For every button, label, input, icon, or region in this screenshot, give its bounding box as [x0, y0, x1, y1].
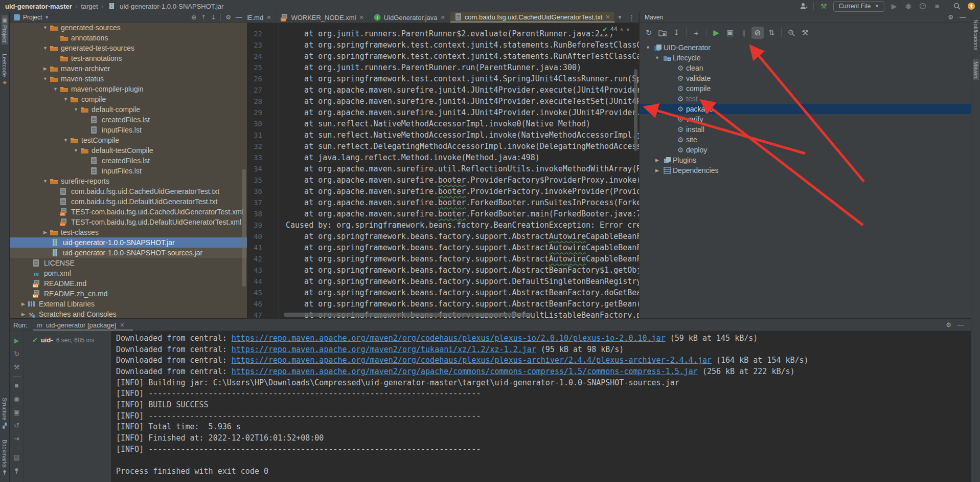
run-icon[interactable]: ▶: [890, 2, 899, 11]
restart-debug-icon[interactable]: ↺: [12, 421, 21, 430]
run-node[interactable]: ✔ uid- 6 sec, 685 ms: [32, 336, 111, 344]
editor-vertical-scrollbar[interactable]: [634, 69, 637, 151]
screenshot-icon[interactable]: ▣: [12, 408, 21, 417]
chevron-down-icon[interactable]: ▼: [41, 46, 50, 51]
editor-line[interactable]: 38 at org.apache.maven.surefire.booter.F…: [247, 208, 639, 220]
jump-to-source-icon[interactable]: ⇥: [12, 434, 21, 443]
editor-horizontal-scrollbar[interactable]: [284, 313, 532, 317]
maven-tree-item-deploy[interactable]: ⚙deploy: [640, 145, 971, 155]
maven-tree-item-validate[interactable]: ⚙validate: [640, 73, 971, 83]
sidebar-item-leetcode[interactable]: Leetcode ◈: [2, 52, 8, 86]
gear-icon[interactable]: ⚙: [948, 14, 953, 21]
project-tree-item[interactable]: LICENSE: [10, 258, 247, 268]
editor-line[interactable]: 30 at sun.reflect.NativeMethodAccessorIm…: [247, 118, 639, 129]
project-tree-item[interactable]: ▼generated-test-sources: [10, 43, 247, 53]
project-tree-item[interactable]: test-annotations: [10, 53, 247, 63]
rerun-icon[interactable]: ▶: [12, 336, 21, 345]
project-tree-item[interactable]: inputFiles.lst: [10, 125, 247, 135]
gear-icon[interactable]: ⚙: [946, 321, 951, 328]
locate-icon[interactable]: ⊕: [191, 14, 196, 21]
maven-tree-item-verify[interactable]: ⚙verify: [640, 114, 971, 124]
profiler-icon[interactable]: ⫲: [738, 27, 750, 39]
breadcrumb-target[interactable]: target: [81, 3, 98, 10]
project-tree-item[interactable]: ▼default-compile: [10, 104, 247, 115]
user-icon[interactable]: [799, 2, 808, 11]
project-tree-item[interactable]: ▼testCompile: [10, 135, 247, 145]
editor-line[interactable]: 46 at org.springframework.beans.factory.…: [247, 298, 639, 310]
project-tree-item[interactable]: com.baidu.fsg.uid.DefaultUidGeneratorTes…: [10, 196, 247, 207]
maven-tree-item-lifecycle[interactable]: ▼Lifecycle: [640, 53, 971, 63]
maven-tree-item-clean[interactable]: ⚙clean: [640, 63, 971, 73]
inspections-widget[interactable]: ✔ 44 ∧ ∨: [600, 25, 632, 34]
project-tree-item[interactable]: MDREADME.zh_cn.md: [10, 289, 247, 299]
editor-area[interactable]: 22 at org.junit.runners.ParentRunner$2.e…: [247, 23, 639, 318]
chevron-down-icon[interactable]: ▼: [44, 15, 49, 20]
build-settings-icon[interactable]: ⚒: [12, 363, 21, 371]
console-link[interactable]: https://repo.maven.apache.org/maven2/org…: [232, 367, 698, 376]
close-icon[interactable]: ✕: [266, 14, 271, 21]
chevron-right-icon[interactable]: ▶: [653, 168, 662, 173]
expand-all-icon[interactable]: ⇡: [201, 14, 206, 21]
editor-line[interactable]: 27 at org.apache.maven.surefire.junit4.J…: [247, 84, 639, 96]
project-tree-item[interactable]: ▶test-classes: [10, 227, 247, 237]
editor-line[interactable]: 31 at sun.reflect.NativeMethodAccessorIm…: [247, 129, 639, 141]
project-tree-scrollbar[interactable]: [242, 169, 246, 287]
previous-problem-icon[interactable]: ∧: [620, 27, 623, 32]
project-tree-item[interactable]: ▼maven-compiler-plugin: [10, 84, 247, 94]
close-icon[interactable]: ✕: [605, 14, 610, 20]
editor-line[interactable]: 35 at org.apache.maven.surefire.booter.P…: [247, 174, 639, 186]
editor-line[interactable]: 23 at org.springframework.test.context.j…: [247, 39, 639, 51]
sidebar-item-bookmarks[interactable]: Bookmarks: [2, 437, 8, 478]
hidden-tabs-icon[interactable]: ▼: [618, 15, 622, 20]
close-icon[interactable]: ✕: [359, 14, 364, 21]
project-tree-item[interactable]: ▼default-testCompile: [10, 145, 247, 156]
chevron-down-icon[interactable]: ▼: [61, 97, 70, 102]
editor-line[interactable]: 33 at java.lang.reflect.Method.invoke(Me…: [247, 152, 639, 163]
project-tree-item[interactable]: ▼surefire-reports: [10, 176, 247, 186]
dependency-analyzer-icon[interactable]: [785, 27, 797, 39]
next-problem-icon[interactable]: ∨: [626, 27, 630, 32]
chevron-right-icon[interactable]: ▶: [41, 66, 50, 71]
editor-line[interactable]: 44 at org.springframework.beans.factory.…: [247, 276, 639, 287]
project-tree-item[interactable]: uid-generator-1.0.0-SNAPSHOT-sources.jar: [10, 248, 247, 258]
editor-line[interactable]: 40 at org.springframework.beans.factory.…: [247, 231, 639, 242]
chevron-down-icon[interactable]: ▼: [653, 55, 662, 60]
editor-line[interactable]: 22 at org.junit.runners.ParentRunner$2.e…: [247, 28, 639, 39]
add-maven-project-icon[interactable]: +: [690, 27, 702, 39]
tab-options-icon[interactable]: ⋮: [628, 14, 635, 21]
editor-tab-com.baidu.fsg.uid.CachedUidGeneratorTest.txt[interactable]: com.baidu.fsg.uid.CachedUidGeneratorTest…: [450, 12, 616, 23]
maven-tree-item-test[interactable]: ⚙test: [640, 94, 971, 104]
sidebar-item-notifications[interactable]: Notifications: [973, 17, 979, 52]
run-configuration-combo[interactable]: Current File ▼: [833, 1, 884, 12]
project-tree-item[interactable]: ▼generated-sources: [10, 23, 247, 33]
editor-line[interactable]: 26 at org.springframework.test.context.j…: [247, 73, 639, 84]
editor-line[interactable]: 45 at org.springframework.beans.factory.…: [247, 287, 639, 298]
console-link[interactable]: https://repo.maven.apache.org/maven2/org…: [232, 345, 536, 354]
sidebar-item-project[interactable]: ▣ Project: [2, 15, 8, 45]
maven-tree-item-compile[interactable]: ⚙compile: [640, 83, 971, 94]
project-tree-item[interactable]: ▶External Libraries: [10, 299, 247, 309]
hide-icon[interactable]: —: [236, 14, 242, 21]
editor-line[interactable]: 34 at org.apache.maven.surefire.util.Ref…: [247, 163, 639, 174]
editor-line[interactable]: 24 at org.springframework.test.context.j…: [247, 51, 639, 62]
maven-settings-icon[interactable]: ⚒: [799, 27, 811, 39]
editor-line[interactable]: 41 at org.springframework.beans.factory.…: [247, 242, 639, 253]
editor-tab-ME.md[interactable]: ME.md✕: [247, 12, 276, 23]
chevron-down-icon[interactable]: ▼: [41, 179, 50, 184]
chevron-down-icon[interactable]: ▼: [72, 107, 80, 112]
show-passed-icon[interactable]: ◉: [12, 395, 21, 403]
project-tree-item[interactable]: <>TEST-com.baidu.fsg.uid.CachedUidGenera…: [10, 207, 247, 217]
chevron-right-icon[interactable]: ▶: [41, 230, 50, 235]
hide-icon[interactable]: —: [960, 14, 966, 21]
project-tree-item[interactable]: uid-generator-1.0.0-SNAPSHOT.jar: [10, 237, 247, 248]
editor-tab-UidGenerator.java[interactable]: IUidGenerator.java✕: [369, 12, 450, 23]
editor-line[interactable]: 37 at org.apache.maven.surefire.booter.F…: [247, 197, 639, 208]
maven-tree-item-uid-generator[interactable]: ▼mUID-Generator: [640, 42, 971, 53]
execute-maven-goal-icon[interactable]: ▣: [724, 27, 736, 39]
console-link[interactable]: https://repo.maven.apache.org/maven2/org…: [232, 334, 666, 343]
skip-tests-icon[interactable]: ⊘: [751, 27, 764, 39]
chevron-right-icon[interactable]: ▶: [653, 158, 662, 163]
project-tree-item[interactable]: createdFiles.lst: [10, 156, 247, 166]
project-tree-item[interactable]: ▼maven-status: [10, 74, 247, 84]
project-tree-item[interactable]: ▶maven-archiver: [10, 63, 247, 74]
